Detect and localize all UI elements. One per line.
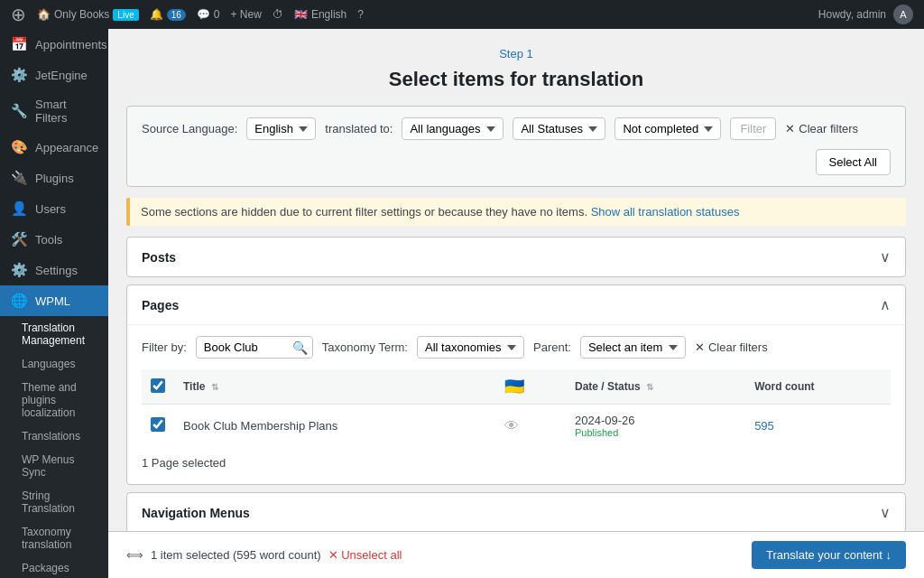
sidebar-item-settings[interactable]: ⚙️ Settings xyxy=(0,255,108,285)
translated-to-select[interactable]: All languages xyxy=(402,117,504,140)
posts-section: Posts ∨ xyxy=(126,237,906,277)
submenu-item-string-translation[interactable]: String Translation xyxy=(0,484,108,520)
bell-icon: 🔔 xyxy=(150,8,163,21)
help-icon: ? xyxy=(357,8,364,21)
notice-text: Some sections are hidden due to current … xyxy=(141,205,587,219)
clear-filters-link[interactable]: ✕ Clear filters xyxy=(785,122,858,135)
submenu-item-taxonomy-translation[interactable]: Taxonomy translation xyxy=(0,520,108,556)
pages-table: Title ⇅ 🇺🇦 Date / Status ⇅ xyxy=(142,369,891,447)
pages-chevron-icon: ∧ xyxy=(880,296,891,313)
sidebar: 📅 Appointments ⚙️ JetEngine 🔧 Smart Filt… xyxy=(0,29,108,578)
title-sort-icon: ⇅ xyxy=(211,382,218,392)
comment-icon: 💬 xyxy=(197,8,210,21)
date-status-column-header[interactable]: Date / Status ⇅ xyxy=(566,369,745,405)
ukraine-flag-icon: 🇺🇦 xyxy=(504,378,524,396)
bottom-bar: ⟺ 1 item selected (595 word count) ✕ Uns… xyxy=(108,531,924,578)
navigation-menus-title: Navigation Menus xyxy=(142,506,250,520)
show-all-statuses-link[interactable]: Show all translation statuses xyxy=(591,205,740,219)
word-count-link[interactable]: 595 xyxy=(754,419,774,433)
submenu-item-packages[interactable]: Packages xyxy=(0,556,108,578)
select-all-checkbox[interactable] xyxy=(151,378,165,393)
translate-icon: ⟺ xyxy=(126,548,143,562)
pages-filter-by-label: Filter by: xyxy=(142,340,187,354)
taxonomy-term-select[interactable]: All taxonomies xyxy=(417,336,524,359)
sidebar-item-users[interactable]: 👤 Users xyxy=(0,193,108,224)
posts-chevron-icon: ∨ xyxy=(880,248,891,266)
row-title-cell: Book Club Membership Plans xyxy=(174,405,495,448)
word-count-column-header: Word count xyxy=(745,369,891,405)
adminbar-notifications[interactable]: 🔔 16 xyxy=(150,8,186,21)
admin-bar: ⊕ 🏠 Only Books Live 🔔 16 💬 0 + New ⏱ 🇬🇧 … xyxy=(0,0,924,29)
adminbar-right: Howdy, admin A xyxy=(818,5,913,24)
sidebar-item-wpml[interactable]: 🌐 WPML xyxy=(0,285,108,316)
adminbar-site-icon: 🏠 xyxy=(37,8,51,21)
pages-filter-bar: Filter by: 🔍 Taxonomy Term: All taxonomi… xyxy=(142,336,891,359)
row-word-count-cell: 595 xyxy=(745,405,891,448)
pages-clear-filters-link[interactable]: ✕ Clear filters xyxy=(695,340,768,354)
navigation-menus-header[interactable]: Navigation Menus ∨ xyxy=(127,493,905,532)
row-checkbox[interactable] xyxy=(151,417,165,432)
wpml-icon: 🌐 xyxy=(11,293,28,309)
completion-select[interactable]: Not completed xyxy=(614,117,721,140)
date-sort-icon: ⇅ xyxy=(646,382,653,392)
parent-label: Parent: xyxy=(533,340,571,354)
adminbar-site[interactable]: 🏠 Only Books Live xyxy=(37,8,139,21)
avatar[interactable]: A xyxy=(893,5,913,24)
submenu-item-wp-menus-sync[interactable]: WP Menus Sync xyxy=(0,448,108,484)
unselect-all-link[interactable]: ✕ Unselect all xyxy=(328,548,402,562)
submenu-item-theme-localization[interactable]: Theme and plugins localization xyxy=(0,376,108,424)
eye-icon[interactable]: 👁 xyxy=(504,418,519,434)
selected-count-text: 1 Page selected xyxy=(142,447,891,473)
bottom-bar-left: ⟺ 1 item selected (595 word count) ✕ Uns… xyxy=(126,548,402,562)
filter-bar: Source Language: English translated to: … xyxy=(126,106,906,187)
translate-button[interactable]: Translate your content ↓ xyxy=(752,541,906,569)
page-title: Select items for translation xyxy=(126,68,906,91)
sidebar-item-plugins[interactable]: 🔌 Plugins xyxy=(0,163,108,193)
jetengine-icon: ⚙️ xyxy=(11,67,28,83)
search-input-wrap: 🔍 xyxy=(196,336,313,359)
row-date: 2024-09-26 xyxy=(575,414,736,427)
adminbar-help[interactable]: ? xyxy=(357,8,364,21)
adminbar-new-label: + New xyxy=(231,8,262,21)
settings-icon: ⚙️ xyxy=(11,262,28,278)
users-icon: 👤 xyxy=(11,200,28,217)
page-title-text: Book Club Membership Plans xyxy=(183,419,337,433)
adminbar-new[interactable]: + New xyxy=(231,8,262,21)
navigation-menus-chevron-icon: ∨ xyxy=(880,504,891,521)
taxonomy-term-label: Taxonomy Term: xyxy=(322,340,408,354)
pages-section-header[interactable]: Pages ∧ xyxy=(127,285,905,324)
live-badge: Live xyxy=(113,9,138,21)
flag-icon: 🇬🇧 xyxy=(294,8,308,21)
smart-filters-icon: 🔧 xyxy=(11,103,28,119)
selected-items-text: 1 item selected (595 word count) xyxy=(151,548,321,562)
flag-column-header: 🇺🇦 xyxy=(495,369,566,405)
sidebar-item-appointments[interactable]: 📅 Appointments xyxy=(0,29,108,60)
all-statuses-select[interactable]: All Statuses xyxy=(513,117,605,140)
submenu-item-translations[interactable]: Translations xyxy=(0,424,108,448)
sidebar-item-smart-filters[interactable]: 🔧 Smart Filters xyxy=(0,90,108,132)
adminbar-language-label: English xyxy=(311,8,346,21)
checkbox-header-cell xyxy=(142,369,174,405)
submenu-item-languages[interactable]: Languages xyxy=(0,352,108,376)
sidebar-item-appearance[interactable]: 🎨 Appearance xyxy=(0,132,108,163)
sidebar-item-label: Appearance xyxy=(35,141,98,154)
pages-section-body: Filter by: 🔍 Taxonomy Term: All taxonomi… xyxy=(127,324,905,484)
select-all-button[interactable]: Select All xyxy=(816,149,891,175)
adminbar-comments[interactable]: 💬 0 xyxy=(197,8,220,21)
search-icon-button[interactable]: 🔍 xyxy=(292,340,308,355)
sidebar-item-tools[interactable]: 🛠️ Tools xyxy=(0,224,108,255)
howdy-text: Howdy, admin xyxy=(818,8,886,21)
adminbar-clock[interactable]: ⏱ xyxy=(273,8,283,21)
parent-select[interactable]: Select an item xyxy=(580,336,686,359)
sidebar-item-jetengine[interactable]: ⚙️ JetEngine xyxy=(0,60,108,90)
filter-button[interactable]: Filter xyxy=(730,117,776,140)
appointments-icon: 📅 xyxy=(11,36,28,52)
posts-section-header[interactable]: Posts ∨ xyxy=(127,238,905,276)
plugins-icon: 🔌 xyxy=(11,170,28,186)
table-row: Book Club Membership Plans 👁 2024-09-26 … xyxy=(142,405,891,448)
comments-count: 0 xyxy=(214,8,220,21)
adminbar-language[interactable]: 🇬🇧 English xyxy=(294,8,346,21)
submenu-item-translation-management[interactable]: Translation Management xyxy=(0,316,108,352)
title-column-header[interactable]: Title ⇅ xyxy=(174,369,495,405)
source-language-select[interactable]: English xyxy=(246,117,316,140)
